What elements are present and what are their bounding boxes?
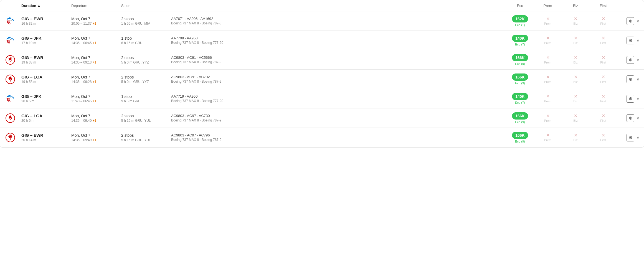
- add-button[interactable]: ⊕: [627, 17, 634, 25]
- add-button[interactable]: ⊕: [627, 56, 634, 64]
- dep-plus1: +1: [93, 41, 97, 45]
- eco-sub: Eco (7): [506, 101, 534, 104]
- expand-button[interactable]: ∨: [637, 19, 639, 23]
- expand-button[interactable]: ∨: [637, 116, 639, 120]
- biz-unavailable-icon: ✕: [574, 55, 577, 60]
- first-col: ✕ First: [589, 114, 617, 122]
- dep-date: Mon, Oct 7: [71, 55, 121, 60]
- expand-button[interactable]: ∨: [637, 58, 639, 62]
- departure-info: Mon, Oct 7 14:35 – 06:45 +1: [71, 36, 121, 45]
- biz-label: Biz: [573, 100, 577, 103]
- stops-count: 1 stop: [121, 36, 171, 40]
- svg-rect-1: [10, 61, 11, 62]
- route-info: GIG – LGA 19 h 53 m: [21, 75, 71, 84]
- biz-label: Biz: [573, 138, 577, 142]
- row-actions: ⊕ ∨: [617, 134, 639, 141]
- eco-col: 140K Eco (7): [506, 93, 534, 104]
- prem-label: Prem: [544, 41, 551, 45]
- route-label: GIG – EWR: [21, 133, 71, 138]
- duration-label: 17 h 10 m: [21, 41, 71, 45]
- dep-time: 14:35 – 09:28 +1: [71, 80, 121, 84]
- add-button[interactable]: ⊕: [627, 37, 634, 44]
- price-badge[interactable]: 166K: [512, 54, 528, 61]
- first-unavailable-icon: ✕: [602, 75, 605, 79]
- header-departure[interactable]: Departure: [71, 4, 121, 8]
- duration-label: 16 h 32 m: [21, 22, 71, 26]
- prem-label: Prem: [544, 138, 551, 142]
- dep-plus1: +1: [93, 99, 97, 103]
- dep-time: 14:35 – 09:49 +1: [71, 138, 121, 142]
- add-button[interactable]: ⊕: [627, 95, 634, 103]
- flight-codes: AC9803 · AC97 · AC730: [171, 114, 503, 118]
- aircraft-types: Boeing 737 MAX 8 · Boeing 777-20: [171, 99, 503, 103]
- eco-col: 140K Eco (7): [506, 35, 534, 46]
- prem-label: Prem: [544, 100, 551, 103]
- stops-count: 2 stops: [121, 55, 171, 60]
- price-badge[interactable]: 166K: [512, 112, 528, 120]
- route-info: GIG – EWR 19 h 38 m: [21, 55, 71, 64]
- eco-sub: Eco (9): [506, 140, 534, 143]
- dep-time: 14:35 – 09:40 +1: [71, 119, 121, 123]
- prem-unavailable-icon: ✕: [546, 17, 550, 21]
- biz-label: Biz: [573, 22, 577, 25]
- header-biz[interactable]: Biz: [562, 4, 589, 8]
- route-label: GIG – LGA: [21, 113, 71, 118]
- dep-time: 14:35 – 06:45 +1: [71, 41, 121, 45]
- table-row: GIG – EWR 20 h 14 m Mon, Oct 7 14:35 – 0…: [0, 128, 644, 147]
- header-prem[interactable]: Prem: [534, 4, 562, 8]
- expand-button[interactable]: ∨: [637, 97, 639, 101]
- header-first[interactable]: First: [589, 4, 617, 8]
- add-button[interactable]: ⊕: [627, 75, 634, 83]
- biz-label: Biz: [573, 80, 577, 83]
- header-duration[interactable]: Duration ▲: [21, 4, 71, 8]
- price-badge[interactable]: 166K: [512, 73, 528, 81]
- aircraft-types: Boeing 737 MAX 8 · Boeing 777-20: [171, 41, 503, 45]
- first-label: First: [600, 41, 606, 45]
- expand-button[interactable]: ∨: [637, 135, 639, 140]
- first-unavailable-icon: ✕: [602, 36, 605, 40]
- price-badge[interactable]: 166K: [512, 132, 528, 139]
- price-badge[interactable]: 140K: [512, 35, 528, 42]
- duration-label: 20 h 14 m: [21, 138, 71, 142]
- first-col: ✕ First: [589, 75, 617, 83]
- airline-logo: [5, 74, 16, 85]
- flight-details: AA7708 · AA950 Boeing 737 MAX 8 · Boeing…: [171, 36, 506, 45]
- dep-plus1: +1: [93, 60, 97, 64]
- table-row: GIG – JFK 17 h 10 m Mon, Oct 7 14:35 – 0…: [0, 31, 644, 50]
- rows-container: GIG – EWR 16 h 32 m Mon, Oct 7 20:05 – 1…: [0, 11, 644, 147]
- biz-unavailable-icon: ✕: [574, 75, 577, 79]
- biz-label: Biz: [573, 119, 577, 122]
- flights-table: Duration ▲ Departure Stops Eco Prem Biz …: [0, 0, 644, 148]
- add-button[interactable]: ⊕: [627, 134, 634, 141]
- aircraft-types: Boeing 737 MAX 8 · Boeing 787-9: [171, 60, 503, 64]
- row-actions: ⊕ ∨: [617, 114, 639, 122]
- dep-plus1: +1: [93, 80, 97, 84]
- price-badge[interactable]: 140K: [512, 93, 528, 100]
- first-label: First: [600, 22, 606, 25]
- prem-label: Prem: [544, 80, 551, 83]
- dep-date: Mon, Oct 7: [71, 36, 121, 40]
- table-row: GIG – LGA 19 h 53 m Mon, Oct 7 14:35 – 0…: [0, 70, 644, 89]
- price-badge[interactable]: 162K: [512, 15, 528, 22]
- route-info: GIG – JFK 20 h 5 m: [21, 94, 71, 103]
- prem-col: ✕ Prem: [534, 133, 562, 142]
- header-eco[interactable]: Eco: [506, 4, 534, 8]
- add-button[interactable]: ⊕: [627, 114, 634, 122]
- svg-rect-3: [10, 80, 11, 82]
- expand-button[interactable]: ∨: [637, 38, 639, 43]
- expand-button[interactable]: ∨: [637, 77, 639, 82]
- eco-col: 166K Eco (9): [506, 112, 534, 124]
- departure-info: Mon, Oct 7 14:35 – 09:40 +1: [71, 114, 121, 123]
- eco-sub: Eco (9): [506, 82, 534, 85]
- flight-codes: AA7671 · AA906 · AA1692: [171, 17, 503, 21]
- flight-codes: AA7719 · AA950: [171, 94, 503, 98]
- first-col: ✕ First: [589, 133, 617, 142]
- first-label: First: [600, 138, 606, 142]
- stops-info: 2 stops 5 h 0 m GRU, YYZ: [121, 75, 171, 84]
- departure-info: Mon, Oct 7 11:40 – 06:45 +1: [71, 94, 121, 103]
- header-stops[interactable]: Stops: [121, 4, 171, 8]
- airline-logo: [5, 35, 16, 46]
- airline-logo: [5, 113, 16, 124]
- flight-codes: AA7708 · AA950: [171, 36, 503, 40]
- prem-label: Prem: [544, 119, 551, 122]
